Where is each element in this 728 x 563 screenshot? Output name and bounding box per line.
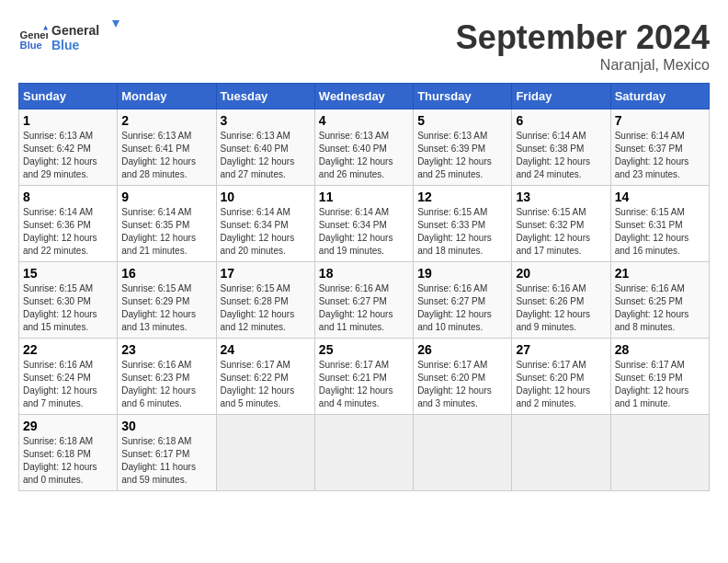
sunrise-label: Sunrise: 6:16 AM xyxy=(23,360,93,370)
calendar-cell: 21 Sunrise: 6:16 AM Sunset: 6:25 PM Dayl… xyxy=(610,262,709,339)
svg-marker-2 xyxy=(43,26,48,30)
sunset-label: Sunset: 6:29 PM xyxy=(121,296,189,306)
calendar-cell: 18 Sunrise: 6:16 AM Sunset: 6:27 PM Dayl… xyxy=(314,262,413,339)
day-detail: Sunrise: 6:13 AM Sunset: 6:40 PM Dayligh… xyxy=(221,130,311,181)
day-number: 23 xyxy=(121,342,211,357)
day-number: 17 xyxy=(221,266,311,281)
daylight-label: Daylight: 12 hours and 25 minutes. xyxy=(417,156,492,179)
sunset-label: Sunset: 6:27 PM xyxy=(319,296,387,306)
day-number: 1 xyxy=(23,113,113,128)
sunset-label: Sunset: 6:34 PM xyxy=(221,220,289,230)
sunset-label: Sunset: 6:27 PM xyxy=(417,296,485,306)
day-number: 7 xyxy=(615,113,705,128)
sunrise-label: Sunrise: 6:15 AM xyxy=(516,207,586,217)
sunrise-label: Sunrise: 6:15 AM xyxy=(121,283,191,293)
sunrise-label: Sunrise: 6:17 AM xyxy=(319,360,389,370)
calendar-cell: 23 Sunrise: 6:16 AM Sunset: 6:23 PM Dayl… xyxy=(118,339,216,415)
day-detail: Sunrise: 6:17 AM Sunset: 6:19 PM Dayligh… xyxy=(615,359,705,410)
weekday-header-friday: Friday xyxy=(512,84,610,109)
calendar-cell: 4 Sunrise: 6:13 AM Sunset: 6:40 PM Dayli… xyxy=(314,109,413,186)
day-detail: Sunrise: 6:16 AM Sunset: 6:27 PM Dayligh… xyxy=(417,282,507,334)
sunset-label: Sunset: 6:37 PM xyxy=(615,144,683,154)
day-detail: Sunrise: 6:18 AM Sunset: 6:17 PM Dayligh… xyxy=(121,435,211,487)
day-detail: Sunrise: 6:14 AM Sunset: 6:35 PM Dayligh… xyxy=(121,206,211,258)
sunset-label: Sunset: 6:34 PM xyxy=(319,220,387,230)
daylight-label: Daylight: 12 hours and 17 minutes. xyxy=(516,233,590,256)
sunset-label: Sunset: 6:18 PM xyxy=(23,449,91,459)
sunset-label: Sunset: 6:23 PM xyxy=(121,373,189,383)
daylight-label: Daylight: 12 hours and 1 minute. xyxy=(615,385,689,408)
calendar-cell: 30 Sunrise: 6:18 AM Sunset: 6:17 PM Dayl… xyxy=(118,415,216,491)
sunrise-label: Sunrise: 6:15 AM xyxy=(615,207,685,217)
sunset-label: Sunset: 6:42 PM xyxy=(23,144,91,154)
day-detail: Sunrise: 6:17 AM Sunset: 6:21 PM Dayligh… xyxy=(319,359,409,410)
daylight-label: Daylight: 12 hours and 3 minutes. xyxy=(417,385,492,408)
day-detail: Sunrise: 6:13 AM Sunset: 6:41 PM Dayligh… xyxy=(121,130,211,181)
calendar-week-2: 8 Sunrise: 6:14 AM Sunset: 6:36 PM Dayli… xyxy=(19,186,710,262)
daylight-label: Daylight: 12 hours and 29 minutes. xyxy=(23,156,97,179)
logo: General Blue General Blue xyxy=(18,18,125,60)
calendar-cell: 2 Sunrise: 6:13 AM Sunset: 6:41 PM Dayli… xyxy=(118,109,216,186)
daylight-label: Daylight: 12 hours and 21 minutes. xyxy=(121,233,196,256)
day-detail: Sunrise: 6:16 AM Sunset: 6:25 PM Dayligh… xyxy=(615,282,705,334)
sunrise-label: Sunrise: 6:17 AM xyxy=(615,360,685,370)
day-number: 2 xyxy=(121,113,211,128)
weekday-header-row: SundayMondayTuesdayWednesdayThursdayFrid… xyxy=(19,84,710,109)
daylight-label: Daylight: 12 hours and 27 minutes. xyxy=(221,156,295,179)
sunset-label: Sunset: 6:38 PM xyxy=(516,144,584,154)
weekday-header-saturday: Saturday xyxy=(610,84,709,109)
sunset-label: Sunset: 6:20 PM xyxy=(417,373,485,383)
day-detail: Sunrise: 6:15 AM Sunset: 6:28 PM Dayligh… xyxy=(221,282,311,334)
day-detail: Sunrise: 6:15 AM Sunset: 6:31 PM Dayligh… xyxy=(615,206,705,258)
calendar-week-5: 29 Sunrise: 6:18 AM Sunset: 6:18 PM Dayl… xyxy=(19,415,710,491)
calendar-cell: 13 Sunrise: 6:15 AM Sunset: 6:32 PM Dayl… xyxy=(512,186,610,262)
day-detail: Sunrise: 6:18 AM Sunset: 6:18 PM Dayligh… xyxy=(23,435,113,487)
svg-text:Blue: Blue xyxy=(20,40,42,52)
calendar-week-3: 15 Sunrise: 6:15 AM Sunset: 6:30 PM Dayl… xyxy=(19,262,710,339)
sunrise-label: Sunrise: 6:13 AM xyxy=(417,131,487,141)
day-number: 20 xyxy=(516,266,606,281)
sunrise-label: Sunrise: 6:13 AM xyxy=(23,131,93,141)
sunset-label: Sunset: 6:25 PM xyxy=(615,296,683,306)
day-number: 16 xyxy=(121,266,211,281)
day-number: 21 xyxy=(615,266,705,281)
sunset-label: Sunset: 6:20 PM xyxy=(516,373,584,383)
calendar-week-4: 22 Sunrise: 6:16 AM Sunset: 6:24 PM Dayl… xyxy=(19,339,710,415)
day-number: 6 xyxy=(516,113,606,128)
day-number: 12 xyxy=(417,190,507,204)
calendar-cell: 6 Sunrise: 6:14 AM Sunset: 6:38 PM Dayli… xyxy=(512,109,610,186)
sunrise-label: Sunrise: 6:16 AM xyxy=(417,283,487,293)
daylight-label: Daylight: 12 hours and 28 minutes. xyxy=(121,156,196,179)
daylight-label: Daylight: 12 hours and 13 minutes. xyxy=(121,309,196,332)
day-detail: Sunrise: 6:15 AM Sunset: 6:29 PM Dayligh… xyxy=(121,282,211,334)
day-detail: Sunrise: 6:13 AM Sunset: 6:39 PM Dayligh… xyxy=(417,130,507,181)
day-number: 28 xyxy=(615,342,705,357)
day-number: 9 xyxy=(121,190,211,204)
daylight-label: Daylight: 12 hours and 24 minutes. xyxy=(516,156,590,179)
day-number: 27 xyxy=(516,342,606,357)
calendar-cell: 19 Sunrise: 6:16 AM Sunset: 6:27 PM Dayl… xyxy=(414,262,512,339)
day-number: 4 xyxy=(319,113,409,128)
sunrise-label: Sunrise: 6:17 AM xyxy=(516,360,586,370)
calendar-cell: 5 Sunrise: 6:13 AM Sunset: 6:39 PM Dayli… xyxy=(414,109,512,186)
calendar-cell: 22 Sunrise: 6:16 AM Sunset: 6:24 PM Dayl… xyxy=(19,339,118,415)
calendar-cell xyxy=(414,415,512,491)
weekday-header-monday: Monday xyxy=(118,84,216,109)
weekday-header-thursday: Thursday xyxy=(414,84,512,109)
daylight-label: Daylight: 12 hours and 15 minutes. xyxy=(23,309,97,332)
daylight-label: Daylight: 12 hours and 18 minutes. xyxy=(417,233,492,256)
weekday-header-sunday: Sunday xyxy=(19,84,118,109)
sunrise-label: Sunrise: 6:14 AM xyxy=(615,131,685,141)
sunset-label: Sunset: 6:40 PM xyxy=(319,144,387,154)
sunrise-label: Sunrise: 6:13 AM xyxy=(221,131,290,141)
sunrise-label: Sunrise: 6:16 AM xyxy=(615,283,685,293)
sunset-label: Sunset: 6:24 PM xyxy=(23,373,91,383)
day-number: 29 xyxy=(23,419,113,433)
day-number: 11 xyxy=(319,190,409,204)
day-number: 24 xyxy=(221,342,311,357)
sunset-label: Sunset: 6:36 PM xyxy=(23,220,91,230)
day-number: 25 xyxy=(319,342,409,357)
logo-text: General Blue xyxy=(51,18,125,60)
location-title: Naranjal, Mexico xyxy=(456,57,710,74)
calendar-cell: 11 Sunrise: 6:14 AM Sunset: 6:34 PM Dayl… xyxy=(314,186,413,262)
